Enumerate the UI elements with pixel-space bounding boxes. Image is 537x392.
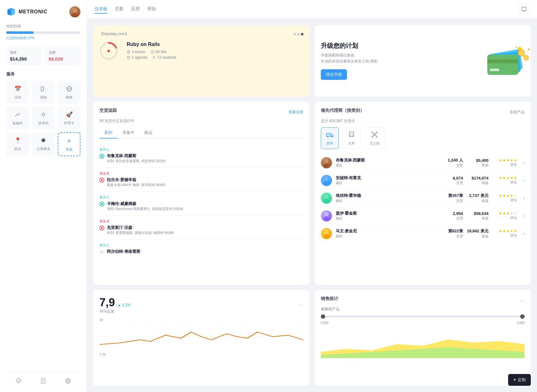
agent-money-2: $174,074 收益 [467, 176, 489, 185]
sender-name-1: 布鲁克林·西蒙斯 [107, 153, 165, 159]
agent-avatar-5 [321, 228, 332, 239]
nav-apps[interactable]: 应用 [131, 5, 140, 14]
document-icon[interactable] [38, 376, 48, 386]
services-title: 服务 [6, 71, 80, 77]
course-meta: 3 lesson 50 Min 1 agenda [127, 50, 303, 60]
stats-more-icon[interactable]: ··· [299, 302, 303, 308]
meta-agenda: 1 agenda [127, 55, 147, 60]
agent-arrow-4[interactable]: › [523, 213, 525, 218]
agent-row-2: 安妮特·布莱克 南区 6,074 交货 $174,074 收益 ★★★★★ 评分 [321, 172, 525, 189]
layers-icon[interactable] [14, 376, 24, 386]
upgrade-title: 升级您的计划 [321, 42, 481, 50]
svg-point-3 [73, 8, 77, 13]
service-item-activity[interactable]: 📅 活动 [6, 81, 29, 103]
sidebar-footer [6, 372, 80, 386]
agents-title: 领先代理商（按类别） [321, 108, 364, 113]
upgrade-button[interactable]: 现在升级 [321, 69, 347, 80]
service-item-network[interactable]: 网络 [58, 81, 80, 103]
agent-name-1: 布鲁克林·西蒙斯 [336, 157, 441, 163]
service-label-network: 网络 [66, 95, 73, 100]
agent-arrow-1[interactable]: › [523, 160, 525, 165]
svg-point-4 [71, 13, 79, 17]
nav-pages[interactable]: 页数 [115, 5, 124, 14]
slider-right-handle[interactable] [520, 314, 525, 319]
shipment-row-3: 阿尔伯特·弗洛雷斯 [99, 249, 303, 254]
sales-more-icon[interactable]: ··· [521, 298, 525, 303]
agent-zone-2: 南区 [336, 181, 441, 185]
receiver-dot-inner-2 [101, 227, 103, 229]
cat-tab-truck[interactable]: 货车 [321, 127, 339, 149]
nav-dashboard[interactable]: 仪表板 [94, 5, 107, 14]
agent-rating-5: ★★★★★ [492, 229, 517, 233]
service-label-finance: 金融的 [12, 121, 23, 125]
sender-dot-1 [99, 154, 104, 159]
budget-row: 预算 $14,350 花费 $8,029 [6, 47, 80, 65]
service-label-add: 添新 [66, 147, 73, 152]
shipment-label-recv-1: 接收者 [99, 171, 303, 176]
receiver-name-2: 克里斯汀·沃森 [107, 225, 174, 230]
agent-avatar-3 [321, 193, 332, 204]
budget-value: $14,350 [10, 56, 38, 62]
agent-info-2: 安妮特·布莱克 南区 [336, 175, 441, 185]
course-ring-container [99, 42, 122, 64]
topbar-nav: 仪表板 页数 应用 帮助 [94, 5, 156, 14]
course-title: Ruby on Rails [127, 42, 303, 47]
agent-arrow-5[interactable]: › [523, 231, 525, 236]
tab-shipping[interactable]: 船运 [139, 127, 157, 138]
service-item-tech[interactable]: 技术的 [32, 107, 55, 129]
agent-rating-4: ★★★★★ [492, 211, 517, 216]
agent-trans-label-1: 交货 [444, 163, 463, 168]
agent-rating-col-2: ★★★★★ 评分 [492, 176, 517, 185]
settings-icon[interactable] [63, 376, 73, 386]
add-product-button[interactable]: 添加产品 [510, 110, 525, 115]
sender-dot-inner-3 [101, 251, 103, 253]
sales-chart-svg [321, 327, 525, 358]
agent-zone-1: 南区 [336, 163, 441, 168]
agents-header: 领先代理商（按类别） 添加产品 [321, 108, 525, 117]
agent-revenue-4: $59,634 [467, 211, 489, 216]
customize-button[interactable]: ✦ 定制 [508, 374, 531, 386]
slider-left-handle[interactable] [321, 314, 325, 319]
agent-arrow-3[interactable]: › [523, 196, 525, 200]
service-item-insurance[interactable]: 保险 [32, 81, 55, 103]
service-item-add[interactable]: + 添新 [58, 132, 80, 156]
service-item-finance[interactable]: 金融的 [6, 107, 29, 129]
shipment-row-recv-1: 拉尔夫·爱德华兹 星家大道2464号 梅萨, 新泽西州 45463 [99, 177, 303, 187]
cat-tab-drone[interactable]: 无人机 [364, 127, 385, 149]
agent-transactions-2: 6,074 [444, 176, 463, 180]
tab-new[interactable]: 新的 [99, 127, 117, 139]
svg-rect-40 [326, 133, 331, 136]
avg-label: 平均位置 [99, 309, 131, 314]
cat-label-truck: 货车 [326, 141, 333, 146]
range-slider[interactable] [321, 316, 525, 317]
service-item-hospitality[interactable]: 📍 款待 [6, 132, 29, 156]
svg-text:✦: ✦ [527, 47, 531, 52]
topbar: 仪表板 页数 应用 帮助 [87, 0, 537, 19]
chat-icon[interactable] [518, 4, 530, 15]
user-avatar[interactable] [69, 6, 80, 17]
content-grid: 【biqubiqu.com】 Ruby on Rails [87, 19, 537, 392]
stats-chart: 10 7.75 [99, 318, 303, 355]
course-body: Ruby on Rails 3 lesson 50 Min [99, 42, 303, 64]
tracking-header: 交货追踪 查看全部 [99, 108, 303, 117]
goal-percent-label: 已达到目标的 37% [6, 36, 80, 40]
nav-help[interactable]: 帮助 [147, 5, 156, 14]
agent-rating-col-3: ★★★★★ 评分 [492, 194, 517, 203]
tab-preparing[interactable]: 准备中 [117, 127, 139, 138]
agent-info-5: 马文·麦金尼 南区 [336, 228, 441, 239]
view-all-link[interactable]: 查看全部 [289, 110, 303, 115]
insurance-icon [39, 84, 48, 93]
svg-rect-33 [487, 59, 518, 63]
upgrade-card: 升级您的计划 平面插图和我们多色 生动的未混合紫色头发女士的 精彩 现在升级 [315, 25, 531, 97]
cat-tab-train[interactable]: 火车 [343, 127, 361, 149]
agent-info-1: 布鲁克林·西蒙斯 南区 [336, 157, 441, 168]
agent-row-1: 布鲁克林·西蒙斯 南区 1,240 人 交货 $5,400 收益 ★★★★★ 评… [321, 154, 525, 172]
main-content: 仪表板 页数 应用 帮助 【biqubiqu.com】 [87, 0, 537, 392]
service-item-carecard[interactable]: 🚀 护理卡 [58, 107, 80, 129]
agent-name-5: 马文·麦金尼 [336, 228, 441, 234]
service-item-utility[interactable]: ❋ 公用事业 [32, 132, 55, 156]
agent-arrow-2[interactable]: › [523, 178, 525, 183]
agent-trans-label-4: 交货 [444, 216, 463, 221]
upgrade-desc: 平面插图和我们多色 生动的未混合紫色头发女士的 精彩 [321, 52, 481, 64]
svg-point-62 [323, 199, 330, 203]
